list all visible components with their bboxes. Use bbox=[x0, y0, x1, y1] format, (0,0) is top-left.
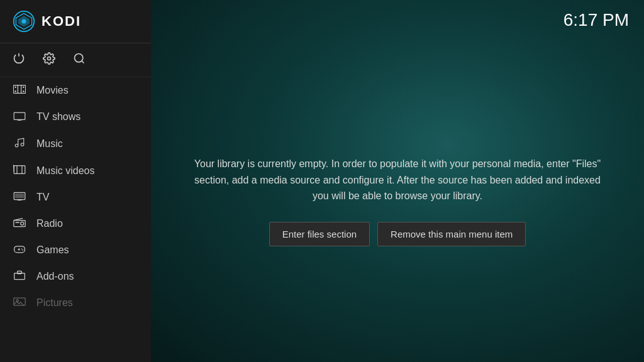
sidebar-item-movies[interactable]: Movies bbox=[0, 77, 151, 104]
pictures-icon bbox=[13, 297, 26, 309]
svg-rect-37 bbox=[14, 273, 25, 280]
sidebar-item-add-ons-label: Add-ons bbox=[36, 271, 74, 282]
clock: 6:17 PM bbox=[564, 10, 629, 30]
sidebar-item-tv[interactable]: TV bbox=[0, 184, 151, 211]
svg-rect-38 bbox=[18, 271, 22, 273]
sidebar-item-radio-label: Radio bbox=[36, 218, 63, 229]
settings-icon[interactable] bbox=[43, 52, 55, 68]
svg-rect-13 bbox=[21, 85, 21, 94]
svg-rect-27 bbox=[15, 194, 24, 198]
sidebar: KODI Movies bbox=[0, 0, 151, 362]
sidebar-item-tv-shows[interactable]: TV shows bbox=[0, 104, 151, 130]
svg-rect-7 bbox=[13, 85, 25, 94]
content-area: Your library is currently empty. In orde… bbox=[151, 40, 644, 362]
music-icon bbox=[13, 137, 26, 151]
svg-rect-14 bbox=[14, 112, 25, 119]
sidebar-item-music[interactable]: Music bbox=[0, 130, 151, 158]
enter-files-button[interactable]: Enter files section bbox=[269, 222, 370, 246]
svg-point-29 bbox=[21, 222, 24, 225]
svg-rect-12 bbox=[18, 85, 18, 94]
sidebar-item-tv-label: TV bbox=[36, 192, 49, 203]
sidebar-item-add-ons[interactable]: Add-ons bbox=[0, 263, 151, 290]
svg-point-17 bbox=[15, 144, 18, 147]
search-icon[interactable] bbox=[73, 52, 86, 68]
sidebar-item-tv-shows-label: TV shows bbox=[36, 111, 80, 123]
svg-point-4 bbox=[48, 57, 51, 60]
svg-point-3 bbox=[21, 19, 26, 23]
svg-point-36 bbox=[22, 250, 23, 251]
svg-point-18 bbox=[21, 143, 24, 146]
svg-point-5 bbox=[75, 54, 83, 62]
power-icon[interactable] bbox=[13, 52, 25, 68]
top-bar: 6:17 PM bbox=[151, 0, 644, 40]
tv-shows-icon bbox=[13, 111, 26, 123]
radio-icon bbox=[13, 217, 26, 230]
movies-icon bbox=[13, 84, 26, 97]
music-videos-icon bbox=[13, 165, 26, 177]
svg-point-35 bbox=[21, 248, 23, 250]
action-buttons: Enter files section Remove this main men… bbox=[269, 222, 526, 246]
remove-menu-item-button[interactable]: Remove this main menu item bbox=[377, 222, 526, 246]
main-content: 6:17 PM Your library is currently empty.… bbox=[151, 0, 644, 362]
sidebar-item-music-videos-label: Music videos bbox=[36, 165, 94, 177]
svg-rect-31 bbox=[15, 222, 19, 223]
sidebar-item-music-label: Music bbox=[36, 138, 63, 150]
app-title: KODI bbox=[42, 13, 81, 30]
svg-point-10 bbox=[23, 87, 24, 88]
sidebar-toolbar bbox=[0, 43, 151, 77]
empty-library-message: Your library is currently empty. In orde… bbox=[189, 156, 606, 204]
svg-point-8 bbox=[14, 87, 16, 88]
tv-icon bbox=[13, 191, 26, 204]
svg-rect-39 bbox=[14, 298, 25, 305]
sidebar-nav: Movies TV shows Music Music videos TV bbox=[0, 77, 151, 362]
svg-rect-19 bbox=[14, 166, 25, 174]
games-icon bbox=[13, 244, 26, 256]
sidebar-item-music-videos[interactable]: Music videos bbox=[0, 158, 151, 184]
sidebar-item-games[interactable]: Games bbox=[0, 237, 151, 263]
svg-point-11 bbox=[23, 90, 24, 92]
sidebar-item-pictures-label: Pictures bbox=[36, 297, 73, 309]
add-ons-icon bbox=[13, 270, 26, 283]
svg-point-9 bbox=[14, 90, 16, 92]
svg-line-6 bbox=[82, 61, 84, 63]
sidebar-item-pictures[interactable]: Pictures bbox=[0, 290, 151, 316]
sidebar-item-games-label: Games bbox=[36, 244, 69, 256]
sidebar-item-radio[interactable]: Radio bbox=[0, 211, 151, 237]
kodi-logo-icon bbox=[13, 10, 35, 33]
sidebar-header: KODI bbox=[0, 0, 151, 43]
sidebar-item-movies-label: Movies bbox=[36, 85, 69, 96]
